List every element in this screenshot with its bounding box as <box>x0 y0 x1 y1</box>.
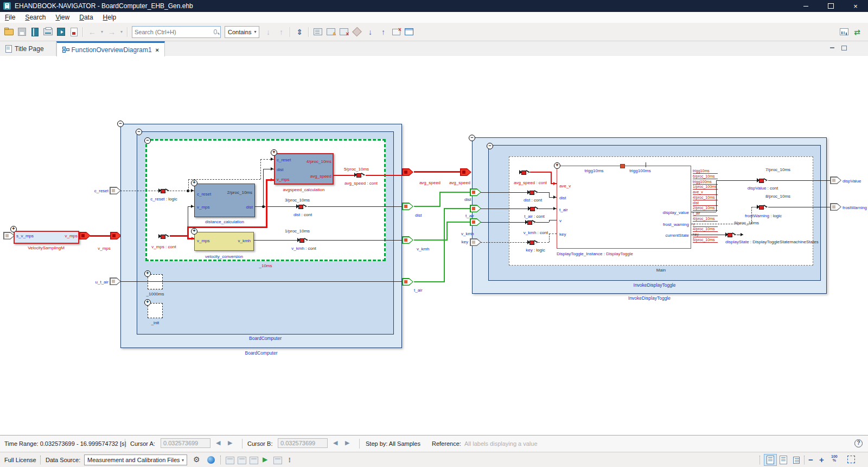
diagram-canvas[interactable]: + s_v_mps v_mps VelocitySamplingM v_mps … <box>0 56 868 435</box>
zoom-out-icon[interactable]: − <box>808 455 813 464</box>
cursor-a-step-forward-icon[interactable]: ▶ <box>228 439 232 446</box>
two-page-view-icon[interactable] <box>777 454 790 466</box>
expand-button[interactable]: + <box>554 162 560 169</box>
menu-data[interactable]: Data <box>74 14 98 21</box>
container-task-init[interactable] <box>148 303 163 318</box>
expand-button[interactable]: + <box>271 149 277 156</box>
measure-point-c_reset[interactable] <box>158 188 170 193</box>
collapse-button[interactable]: − <box>117 121 124 127</box>
overflow-icon[interactable]: ⋮ <box>286 457 292 464</box>
measure-grid-icon[interactable] <box>238 457 246 464</box>
open-icon[interactable] <box>2 26 15 39</box>
help-icon[interactable]: ? <box>854 439 863 447</box>
save-icon[interactable] <box>15 26 28 39</box>
move-down-icon[interactable]: ↓ <box>363 26 376 39</box>
output-port-t_air[interactable] <box>402 278 413 286</box>
cursor-b-step-forward-icon[interactable]: ▶ <box>345 439 349 446</box>
cursor-b-input[interactable] <box>278 438 328 448</box>
boundary-port-avg_speed[interactable] <box>402 168 413 176</box>
tab-close-icon[interactable]: × <box>156 47 159 53</box>
forward-icon[interactable]: → <box>105 26 118 39</box>
output-port-dispValue[interactable] <box>830 176 841 184</box>
search-input[interactable] <box>132 29 214 35</box>
measure-point-dist[interactable] <box>296 204 308 209</box>
output-port-dist[interactable] <box>402 203 413 210</box>
zoom-in-icon[interactable]: + <box>819 455 824 464</box>
input-port-t_air[interactable] <box>470 205 481 212</box>
menu-search[interactable]: Search <box>20 14 50 21</box>
measure-point-avg_speed[interactable] <box>354 173 366 178</box>
input-port-u_t_air[interactable] <box>110 277 121 285</box>
maximize-view-icon[interactable] <box>840 44 848 52</box>
open-in-window-icon[interactable] <box>403 26 416 39</box>
input-port-s_v_mps[interactable] <box>3 232 15 239</box>
export-handbook-icon[interactable] <box>54 26 67 39</box>
add-label-icon[interactable]: A <box>324 26 337 39</box>
minimize-view-icon[interactable] <box>828 44 837 52</box>
menu-file[interactable]: File <box>0 14 20 21</box>
boundary-port-v_mps[interactable] <box>110 232 122 239</box>
output-port-frostWarning[interactable] <box>830 203 841 211</box>
expand-button[interactable]: + <box>191 180 197 186</box>
measure-point-dist[interactable] <box>527 190 539 195</box>
calibration-icon[interactable] <box>250 457 258 464</box>
trigger-port[interactable] <box>620 164 625 168</box>
block-distance-calculation[interactable] <box>194 184 255 217</box>
boundary-port-avg_speed[interactable] <box>460 168 471 176</box>
measure-point-v_kmh[interactable] <box>525 220 537 225</box>
measure-point-dispValue[interactable] <box>757 178 769 183</box>
maximize-button[interactable] <box>818 0 843 12</box>
expand-button[interactable]: + <box>144 270 151 277</box>
experiment-icon[interactable] <box>226 457 234 464</box>
instrument-panel-icon[interactable] <box>838 26 851 39</box>
measure-point-v_kmh[interactable] <box>297 238 309 243</box>
menu-help[interactable]: Help <box>98 14 122 21</box>
input-port-c_reset[interactable] <box>110 187 121 194</box>
remove-all-labels-icon[interactable]: × <box>390 26 403 39</box>
search-icon[interactable] <box>214 29 217 34</box>
measure-point-v_mps[interactable] <box>158 234 170 239</box>
measure-point-displayState[interactable] <box>725 232 737 237</box>
settings-gear-icon[interactable]: ⚙ <box>193 455 200 464</box>
minimize-button[interactable] <box>793 0 818 12</box>
remove-label-icon[interactable]: × <box>337 26 350 39</box>
thumbnail-view-icon[interactable] <box>790 454 803 466</box>
forward-history-caret-icon[interactable]: ▾ <box>118 26 125 39</box>
input-port-dist[interactable] <box>470 188 481 196</box>
cursor-b-step-back-icon[interactable]: ◀ <box>333 439 337 446</box>
tab-title-page[interactable]: Title Page <box>0 41 56 56</box>
datasource-globe-icon[interactable] <box>207 456 215 464</box>
datasource-select[interactable]: Measurement and Calibration Files ▾ <box>84 455 187 465</box>
start-measurement-icon[interactable]: ▶ <box>263 456 267 463</box>
output-port-v_mps[interactable] <box>79 232 91 239</box>
open-handbook-icon[interactable] <box>28 26 41 39</box>
fit-to-screen-icon[interactable] <box>847 456 855 463</box>
contains-dropdown[interactable]: Contains ▾ <box>225 26 259 38</box>
measure-point-t_air[interactable] <box>528 206 540 211</box>
search-next-icon[interactable]: ↓ <box>261 26 275 39</box>
cursor-a-step-back-icon[interactable]: ◀ <box>216 439 220 446</box>
expand-button[interactable]: + <box>191 228 197 235</box>
cursor-a-input[interactable] <box>161 438 210 448</box>
collapse-button[interactable]: − <box>487 143 493 149</box>
close-button[interactable]: × <box>843 0 868 12</box>
zoom-100-icon[interactable]: 100% <box>831 455 838 462</box>
output-port-v_kmh[interactable] <box>402 236 413 244</box>
expand-button[interactable]: + <box>10 226 17 232</box>
input-port-key[interactable] <box>470 238 481 246</box>
search-previous-icon[interactable]: ↑ <box>275 26 288 39</box>
expand-hierarchy-icon[interactable]: ⇕ <box>293 26 306 39</box>
container-task-1000ms[interactable] <box>148 274 163 289</box>
move-up-icon[interactable]: ↑ <box>376 26 390 39</box>
back-history-caret-icon[interactable]: ▾ <box>99 26 105 39</box>
menu-view[interactable]: View <box>50 14 74 21</box>
measure-point-key[interactable] <box>527 240 539 245</box>
input-port-v_kmh[interactable] <box>470 218 481 226</box>
collapse-button[interactable]: − <box>144 137 151 144</box>
sync-icon[interactable]: ⇄ <box>851 26 864 39</box>
show-labels-icon[interactable] <box>311 26 324 39</box>
back-icon[interactable]: ← <box>86 26 99 39</box>
export-pdf-icon[interactable] <box>67 26 80 39</box>
tab-function-overview-diagram[interactable]: FunctionOverviewDiagram1 × <box>56 41 165 56</box>
display-icon[interactable] <box>273 457 282 464</box>
